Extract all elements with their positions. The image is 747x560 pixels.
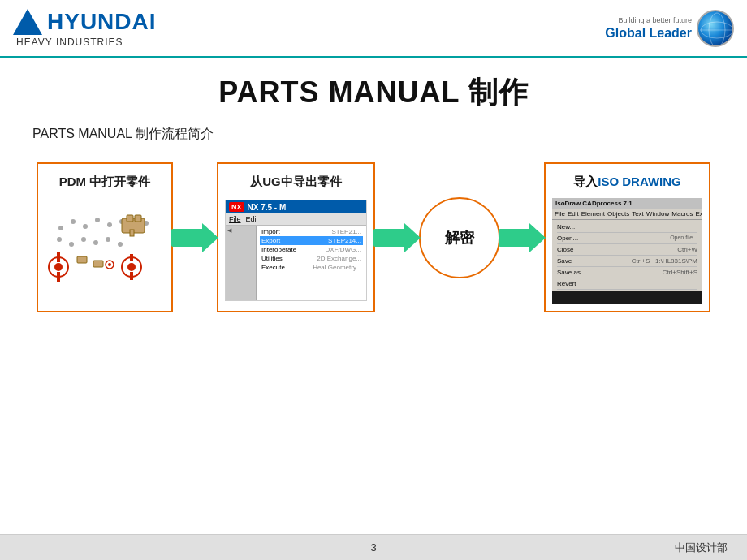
footer: 3 中国设计部: [0, 534, 747, 560]
nx-screenshot: NX NX 7.5 - M File Edi ◀ ImportSTEP21...: [225, 200, 367, 301]
nx-logo: NX: [229, 202, 244, 212]
svg-point-16: [118, 242, 123, 247]
svg-point-7: [107, 222, 112, 227]
nx-utilities-row: Utilities2D Exchange...: [260, 254, 363, 263]
nx-title-text: NX 7.5 - M: [248, 203, 287, 212]
iso-text-menu[interactable]: Text: [632, 210, 644, 218]
svg-rect-24: [57, 272, 60, 282]
flow-step3-label: 解密: [445, 228, 474, 248]
flow-step2-image: NX NX 7.5 - M File Edi ◀ ImportSTEP21...: [225, 196, 367, 304]
subtitle-text: PARTS MANUAL 制作流程简介: [32, 127, 214, 140]
nx-menubar: File Edi: [226, 213, 366, 226]
svg-point-3: [58, 226, 63, 230]
flow-step4-box: 导入ISO DRAWING IsoDraw CADprocess 7.1 Fil…: [544, 162, 710, 312]
svg-rect-20: [130, 230, 134, 236]
nx-edit-menu[interactable]: Edi: [246, 215, 257, 223]
green-arrow1-icon: [171, 223, 218, 252]
flow-step4-label-blue: ISO DRAWING: [598, 174, 681, 188]
logo-area: HYUNDAI HEAVY INDUSTRIES: [13, 9, 157, 48]
flow-arrow3: [500, 223, 544, 252]
iso-titlebar: IsoDraw CADprocess 7.1: [552, 198, 702, 209]
iso-screenshot: IsoDraw CADprocess 7.1 File Edit Element…: [552, 198, 702, 304]
global-leader-brand-text: Global Leader: [605, 26, 692, 41]
nx-execute-row: ExecuteHeal Geometry...: [260, 263, 363, 272]
title-section: PARTS MANUAL 制作: [0, 58, 747, 121]
heavy-industries-text: HEAVY INDUSTRIES: [16, 37, 123, 48]
footer-department: 中国设计部: [675, 541, 728, 555]
header: HYUNDAI HEAVY INDUSTRIES Building a bett…: [0, 0, 747, 58]
svg-rect-23: [57, 252, 60, 262]
flow-step4-label-prefix: 导入: [573, 174, 598, 188]
iso-macros-menu[interactable]: Macros: [671, 210, 693, 218]
svg-point-22: [54, 263, 63, 271]
iso-content: New... Open...Open file... CloseCtrl+W S…: [552, 220, 702, 291]
iso-save-row: SaveCtrl+S 1:\HL831S\PM: [557, 256, 697, 267]
green-arrow3-icon: [499, 223, 546, 252]
nx-content: ◀ ImportSTEP21... ExportSTEP214... Inter…: [226, 226, 366, 301]
global-leader-area: Building a better future Global Leader: [605, 10, 734, 47]
flow-step3-circle: 解密: [419, 197, 500, 278]
svg-rect-19: [135, 215, 141, 222]
nx-import-row: ImportSTEP21...: [260, 227, 363, 236]
flow-step4-title: 导入ISO DRAWING: [552, 170, 702, 196]
svg-rect-28: [130, 272, 133, 280]
svg-rect-30: [93, 261, 103, 267]
flow-section: PDM 中打开零件: [0, 148, 747, 321]
iso-close-row: CloseCtrl+W: [557, 244, 697, 256]
svg-point-5: [83, 224, 88, 229]
iso-saveas-row: Save asCtrl+Shift+S: [557, 267, 697, 278]
iso-window-menu[interactable]: Window: [646, 210, 669, 218]
hyundai-logo-text: HYUNDAI: [47, 9, 157, 35]
iso-element-menu[interactable]: Element: [581, 210, 605, 218]
svg-point-26: [127, 263, 136, 271]
flow-step1-box: PDM 中打开零件: [37, 162, 173, 312]
svg-point-13: [81, 237, 86, 242]
svg-point-12: [69, 242, 74, 247]
main-title: PARTS MANUAL 制作: [218, 75, 529, 109]
hyundai-triangle-icon: [13, 9, 42, 35]
nx-sidebar: ◀: [226, 226, 257, 301]
svg-point-4: [71, 219, 76, 224]
iso-revert-row: Revert: [557, 278, 697, 290]
page-number: 3: [370, 541, 376, 554]
global-slogan-text: Building a better future: [618, 16, 692, 24]
pdm-illustration-svg: [45, 204, 165, 297]
svg-rect-18: [127, 215, 133, 222]
flow-step2-box: 从UG中导出零件 NX NX 7.5 - M File Edi ◀: [217, 162, 375, 312]
nx-main-panel: ImportSTEP21... ExportSTEP214... Interop…: [257, 226, 366, 301]
iso-edit-menu[interactable]: Edit: [568, 210, 579, 218]
svg-point-14: [93, 240, 98, 245]
flow-step1-image: [45, 196, 165, 304]
nx-titlebar: NX NX 7.5 - M: [226, 200, 366, 213]
flow-arrow2: [375, 223, 419, 252]
nx-file-menu[interactable]: File: [229, 215, 241, 223]
flow-step1-title: PDM 中打开零件: [45, 170, 165, 196]
iso-open-row: Open...Open file...: [557, 233, 697, 244]
iso-title-text: IsoDraw CADprocess 7.1: [555, 200, 633, 207]
svg-point-15: [106, 237, 110, 242]
svg-rect-27: [130, 254, 133, 261]
flow-step2-title: 从UG中导出零件: [225, 170, 367, 196]
svg-point-11: [57, 237, 62, 242]
iso-objects-menu[interactable]: Objects: [607, 210, 629, 218]
svg-point-6: [95, 218, 100, 222]
iso-file-menu[interactable]: File: [555, 210, 565, 218]
iso-new-row: New...: [557, 222, 697, 233]
flow-step4-image: IsoDraw CADprocess 7.1 File Edit Element…: [552, 196, 702, 304]
nx-export-row[interactable]: ExportSTEP214...: [260, 236, 363, 245]
globe-icon: [697, 10, 734, 47]
global-leader-text-area: Building a better future Global Leader: [605, 10, 734, 47]
green-arrow2-icon: [374, 223, 421, 252]
logo-hyundai: HYUNDAI: [13, 9, 157, 35]
subtitle-section: PARTS MANUAL 制作流程简介: [0, 121, 747, 148]
svg-rect-29: [77, 256, 87, 263]
flow-arrow1: [173, 223, 217, 252]
iso-extra-menu[interactable]: Ex: [696, 210, 702, 218]
svg-point-32: [108, 263, 111, 266]
nx-interoperate-row: InteroperateDXF/DWG...: [260, 245, 363, 254]
iso-menubar: File Edit Element Objects Text Window Ma…: [552, 209, 702, 220]
